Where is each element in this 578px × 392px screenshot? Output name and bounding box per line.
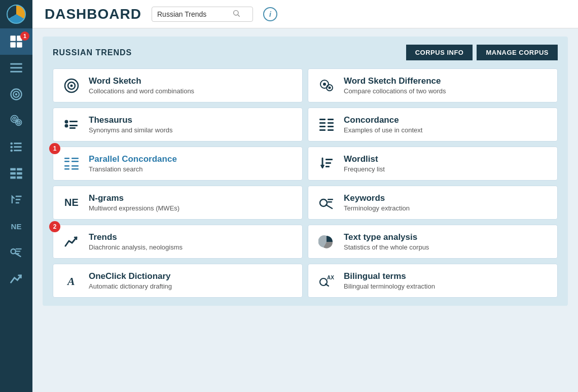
search-icon[interactable] <box>232 9 240 19</box>
word-sketch-text: Word Sketch Collocations and word combin… <box>89 76 194 95</box>
sidebar-item-trends[interactable] <box>0 266 32 292</box>
manage-corpus-button[interactable]: MANAGE CORPUS <box>477 45 558 60</box>
ne-label: NE <box>11 222 22 231</box>
svg-rect-53 <box>328 122 334 124</box>
sidebar-item-concordance[interactable] <box>0 160 32 187</box>
trends-desc: Diachronic analysis, neologisms <box>89 243 183 251</box>
list-icon <box>9 61 23 75</box>
svg-rect-48 <box>69 125 78 126</box>
tool-text-type[interactable]: Text type analysis Statistics of the who… <box>308 225 558 259</box>
parallel-concordance-desc: Translation search <box>89 165 177 173</box>
oneclick-icon-tool: A <box>63 273 80 289</box>
parallel-concordance-icon <box>61 156 82 172</box>
sidebar-item-list[interactable] <box>0 55 32 81</box>
search-input[interactable] <box>157 10 228 18</box>
panel-buttons: CORPUS INFO MANAGE CORPUS <box>406 45 558 60</box>
svg-line-37 <box>238 15 240 17</box>
svg-point-16 <box>10 142 13 145</box>
bilingual-text: Bilingual terms Bilingual terminology ex… <box>344 271 435 290</box>
svg-rect-5 <box>10 67 22 68</box>
thesaurus-name: Thesaurus <box>89 115 172 125</box>
tool-oneclick[interactable]: A OneClick Dictionary Automatic dictiona… <box>53 264 303 298</box>
svg-rect-58 <box>64 158 69 159</box>
keywords-name: Keywords <box>344 193 410 203</box>
svg-text:A: A <box>66 275 75 288</box>
concordance-desc: Examples of use in context <box>344 126 422 134</box>
svg-rect-62 <box>64 165 69 167</box>
svg-rect-30 <box>16 202 19 204</box>
svg-point-42 <box>323 83 326 86</box>
svg-rect-27 <box>17 176 22 179</box>
tools-grid: Word Sketch Collocations and word combin… <box>53 68 558 298</box>
word-sketch-diff-icon <box>316 78 337 94</box>
svg-rect-64 <box>64 168 69 170</box>
search-box[interactable] <box>152 7 253 22</box>
tool-trends[interactable]: 2 Trends Diachronic analysis, neologisms <box>53 225 303 259</box>
bilingual-icon: AX <box>316 273 337 289</box>
word-sketch-desc: Collocations and word combinations <box>89 87 194 95</box>
thesaurus-icon <box>61 117 82 133</box>
key-list-icon <box>9 245 23 260</box>
svg-rect-34 <box>16 251 20 252</box>
svg-rect-63 <box>71 165 79 167</box>
concordance-name: Concordance <box>344 115 422 125</box>
word-sketch-name: Word Sketch <box>89 76 194 86</box>
tool-ngrams[interactable]: NE N-grams Multiword expressions (MWEs) <box>53 186 303 220</box>
wordlist-icon-tool <box>318 156 335 172</box>
tool-word-sketch[interactable]: Word Sketch Collocations and word combin… <box>53 68 303 102</box>
text-type-desc: Statistics of the whole corpus <box>344 243 429 251</box>
corpus-panel: RUSSIAN TRENDS CORPUS INFO MANAGE CORPUS <box>43 37 568 306</box>
info-icon[interactable]: i <box>263 7 277 21</box>
svg-rect-2 <box>10 42 15 48</box>
svg-rect-55 <box>328 126 334 127</box>
svg-point-40 <box>70 84 73 87</box>
sidebar-item-keywords[interactable] <box>0 239 32 266</box>
sidebar-item-wordlist[interactable] <box>0 187 32 213</box>
svg-rect-3 <box>17 42 22 48</box>
trends-icon-tool <box>63 234 80 250</box>
tool-keywords[interactable]: Keywords Terminology extraction <box>308 186 558 220</box>
main-area: DASHBOARD i RUSSIAN TRENDS CORPUS INFO M… <box>32 0 578 392</box>
svg-text:AX: AX <box>327 275 334 280</box>
tool-bilingual[interactable]: AX Bilingual terms Bilingual terminology… <box>308 264 558 298</box>
sidebar-item-dashboard[interactable]: 1 <box>0 28 32 55</box>
word-sketch-diff-desc: Compare collocations of two words <box>344 87 446 95</box>
sidebar-item-word-sketch[interactable] <box>0 81 32 108</box>
bilingual-icon-tool: AX <box>318 273 335 289</box>
wordlist-desc: Frequency list <box>344 165 385 173</box>
svg-rect-61 <box>71 161 79 162</box>
svg-rect-65 <box>71 168 79 170</box>
svg-rect-6 <box>10 71 22 73</box>
table-icon <box>9 166 23 181</box>
concordance-icon-tool <box>318 117 335 133</box>
svg-rect-4 <box>10 63 22 65</box>
sidebar-item-thesaurus[interactable] <box>0 134 32 160</box>
svg-rect-47 <box>69 121 78 122</box>
text-type-name: Text type analysis <box>344 232 429 242</box>
ngrams-text: N-grams Multiword expressions (MWEs) <box>89 193 179 212</box>
svg-rect-52 <box>319 122 326 124</box>
svg-rect-57 <box>328 129 334 131</box>
corpus-info-button[interactable]: CORPUS INFO <box>406 45 473 60</box>
sidebar-item-ngrams[interactable]: NE <box>0 213 32 239</box>
svg-point-46 <box>65 124 68 127</box>
tool-thesaurus[interactable]: Thesaurus Synonyms and similar words <box>53 108 303 141</box>
dot-list-icon <box>9 140 23 154</box>
ngrams-name: N-grams <box>89 193 179 203</box>
svg-point-12 <box>14 118 15 120</box>
ngrams-icon: NE <box>61 197 82 208</box>
svg-rect-22 <box>10 168 15 171</box>
sidebar-item-word-sketch-diff[interactable] <box>0 108 32 134</box>
thesaurus-icon-tool <box>63 117 80 133</box>
content-area: RUSSIAN TRENDS CORPUS INFO MANAGE CORPUS <box>32 28 578 392</box>
badge-trends: 2 <box>49 221 60 232</box>
tool-word-sketch-diff[interactable]: Word Sketch Difference Compare collocati… <box>308 68 558 102</box>
tool-wordlist[interactable]: Wordlist Frequency list <box>308 147 558 181</box>
tool-concordance[interactable]: Concordance Examples of use in context <box>308 108 558 141</box>
svg-rect-51 <box>328 119 334 120</box>
svg-rect-49 <box>69 127 76 129</box>
double-target-icon <box>9 114 23 128</box>
page-title: DASHBOARD <box>45 6 141 22</box>
bilingual-name: Bilingual terms <box>344 271 435 281</box>
tool-parallel-concordance[interactable]: 1 Paralle <box>53 147 303 181</box>
